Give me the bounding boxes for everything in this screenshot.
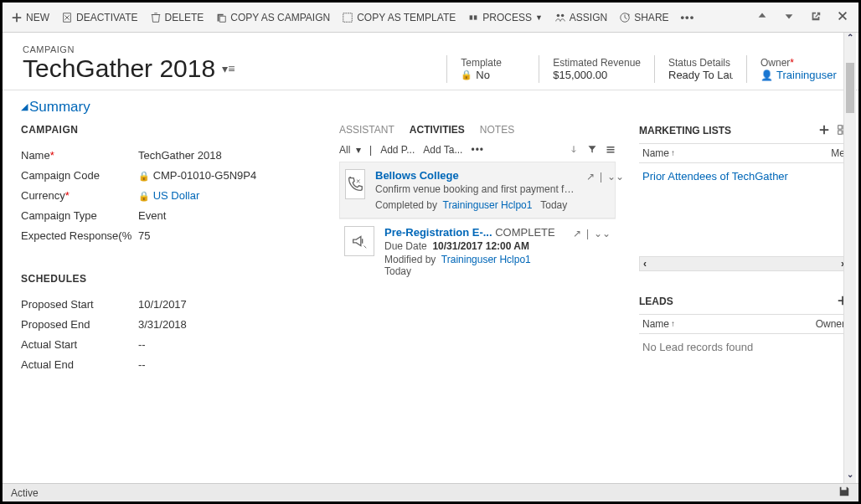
section-campaign: CAMPAIGN [21,124,322,142]
copy-as-campaign-button[interactable]: COPY AS CAMPAIGN [215,12,330,23]
svg-rect-7 [838,130,842,133]
activities-filter-all[interactable]: All ▾ [339,144,361,156]
value-proposed-start[interactable]: 10/1/2017 [138,298,187,311]
header-owner: Owner* 👤Traininguser [746,55,838,83]
campaign-activity-icon [344,226,374,256]
tab-activities[interactable]: ACTIVITIES [410,124,465,136]
share-icon [619,12,631,23]
plus-icon [11,12,23,23]
title-dropdown-icon[interactable]: ▾≡ [222,62,235,75]
copy-as-template-button[interactable]: COPY AS TEMPLATE [342,12,456,23]
lock-icon: 🔒 [461,69,472,80]
svg-rect-5 [838,125,842,128]
tab-notes[interactable]: NOTES [480,124,514,136]
scroll-up-button[interactable] [755,8,770,26]
share-button[interactable]: SHARE [619,12,668,23]
horizontal-scrollbar[interactable]: ‹ › [639,256,848,271]
activity-item[interactable]: Bellows College Confirm venue booking an… [339,162,616,219]
value-currency[interactable]: 🔒 US Dollar [138,189,199,202]
record-status: Active [11,487,39,499]
activity-title[interactable]: Bellows College [375,169,576,182]
label-proposed-start: Proposed Start [21,298,138,311]
label-name: Name* [21,149,138,162]
label-response: Expected Response(% [21,229,138,242]
activity-user-link[interactable]: Traininguser Hclpo1 [441,254,531,265]
col-name[interactable]: Name ↑ [642,147,831,159]
owner-link[interactable]: Traininguser [776,69,837,81]
assign-icon [554,12,566,23]
new-button[interactable]: NEW [11,12,49,23]
trash-icon [150,12,162,23]
scroll-thumb[interactable] [846,63,854,113]
svg-rect-0 [343,13,353,22]
tab-assistant[interactable]: ASSISTANT [339,124,394,136]
value-type[interactable]: Event [138,209,166,222]
value-name[interactable]: TechGather 2018 [138,149,222,162]
expand-icon[interactable]: ⌄⌄ [594,228,611,277]
popout-icon[interactable]: ↗ [586,171,595,211]
activity-title[interactable]: Pre-Registration E-... COMPLETE [384,226,563,239]
svg-point-4 [561,13,565,17]
filter-icon[interactable] [587,144,597,157]
header-revenue: Estimated Revenue $15,000.00 [539,55,654,83]
status-bar: Active [3,483,858,501]
value-response[interactable]: 75 [138,229,150,242]
popout-button[interactable] [808,8,823,26]
label-actual-start: Actual Start [21,338,138,351]
leads-col-name[interactable]: Name ↑ [642,318,816,330]
add-task[interactable]: Add Ta... [423,144,462,156]
value-actual-start[interactable]: -- [138,338,146,351]
process-icon [467,12,479,23]
sort-button[interactable] [569,144,579,157]
section-leads: LEADS [639,296,830,307]
value-code: 🔒 CMP-01010-G5N9P4 [138,169,256,182]
assign-button[interactable]: ASSIGN [554,12,607,23]
svg-point-3 [556,13,559,17]
phone-call-icon [345,169,365,199]
close-button[interactable] [835,8,850,26]
overflow-button[interactable]: ••• [681,11,695,23]
save-button[interactable] [838,486,850,500]
add-phone-call[interactable]: Add P... [380,144,415,156]
scroll-down-button[interactable] [781,8,797,26]
activity-desc: Confirm venue booking and first payment … [375,183,576,195]
value-actual-end[interactable]: -- [138,358,146,371]
person-icon: 👤 [760,69,773,81]
tab-summary[interactable]: ◢Summary [21,99,90,116]
activity-item[interactable]: Pre-Registration E-... COMPLETE Due Date… [339,219,616,284]
scroll-up-icon[interactable]: ⌃ [844,33,856,46]
copy-icon [215,12,227,23]
list-icon[interactable] [606,144,616,157]
label-type: Campaign Type [21,209,138,222]
leads-col-owner[interactable]: Owner [816,318,845,330]
deactivate-icon [61,12,73,23]
delete-button[interactable]: DELETE [150,12,204,23]
scroll-down-icon[interactable]: ⌄ [844,470,856,483]
scroll-left-icon[interactable]: ‹ [643,258,647,270]
vertical-scrollbar[interactable]: ⌃ ⌄ [843,33,856,483]
entity-label: CAMPAIGN [23,44,235,54]
leads-empty: No Lead records found [639,334,848,360]
process-button[interactable]: PROCESS ▼ [467,12,543,23]
add-marketing-list-button[interactable] [818,124,830,138]
header-template: Template 🔒No [446,55,539,83]
label-actual-end: Actual End [21,358,138,371]
deactivate-button[interactable]: DEACTIVATE [61,12,138,23]
marketing-list-row[interactable]: Prior Attendees of TechGather [639,163,848,189]
svg-rect-1 [470,15,473,19]
template-icon [342,12,353,23]
section-schedules: SCHEDULES [21,273,322,291]
popout-icon[interactable]: ↗ [573,228,581,277]
value-proposed-end[interactable]: 3/31/2018 [138,318,187,331]
record-header: CAMPAIGN TechGather 2018 ▾≡ Template 🔒No… [3,33,858,90]
record-title: TechGather 2018 ▾≡ [23,54,235,83]
tab-strip: ◢Summary [3,90,858,116]
label-proposed-end: Proposed End [21,318,138,331]
label-currency: Currency* [21,189,138,202]
activities-overflow[interactable]: ••• [471,144,484,156]
lock-icon: 🔒 [138,191,150,201]
activity-user-link[interactable]: Traininguser Hclpo1 [443,199,533,211]
lock-icon: 🔒 [138,171,150,181]
header-status: Status Details Ready To Launch [654,55,746,83]
section-marketing-lists: MARKETING LISTS [639,125,812,136]
